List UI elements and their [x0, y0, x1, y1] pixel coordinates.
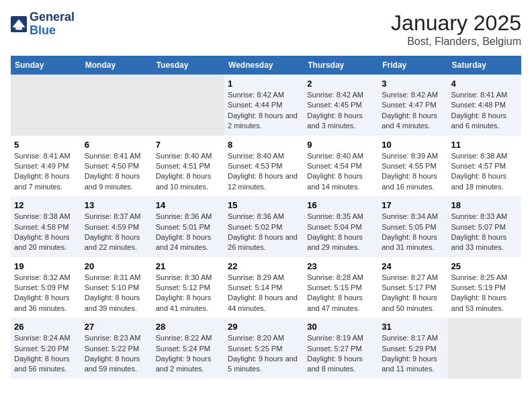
calendar-cell: 30Sunrise: 8:19 AM Sunset: 5:27 PM Dayli… — [304, 318, 378, 379]
calendar-cell: 10Sunrise: 8:39 AM Sunset: 4:55 PM Dayli… — [378, 136, 447, 197]
header-day-saturday: Saturday — [448, 56, 521, 75]
day-number: 21 — [156, 261, 221, 271]
calendar-cell: 25Sunrise: 8:25 AM Sunset: 5:19 PM Dayli… — [448, 257, 521, 318]
week-row-4: 19Sunrise: 8:32 AM Sunset: 5:09 PM Dayli… — [11, 257, 521, 318]
calendar-header: SundayMondayTuesdayWednesdayThursdayFrid… — [11, 56, 521, 75]
day-info: Sunrise: 8:40 AM Sunset: 4:54 PM Dayligh… — [307, 151, 375, 193]
svg-rect-2 — [15, 28, 22, 30]
day-info: Sunrise: 8:33 AM Sunset: 5:07 PM Dayligh… — [451, 212, 518, 253]
day-number: 9 — [307, 140, 375, 150]
day-number: 4 — [451, 79, 518, 89]
day-number: 19 — [14, 261, 78, 271]
calendar-cell: 22Sunrise: 8:29 AM Sunset: 5:14 PM Dayli… — [224, 257, 304, 318]
header-day-sunday: Sunday — [11, 56, 81, 75]
calendar-cell: 16Sunrise: 8:35 AM Sunset: 5:04 PM Dayli… — [304, 196, 378, 257]
calendar-cell: 20Sunrise: 8:31 AM Sunset: 5:10 PM Dayli… — [81, 257, 152, 318]
calendar-cell: 26Sunrise: 8:24 AM Sunset: 5:20 PM Dayli… — [11, 318, 81, 379]
calendar-cell: 23Sunrise: 8:28 AM Sunset: 5:15 PM Dayli… — [304, 257, 378, 318]
day-info: Sunrise: 8:42 AM Sunset: 4:47 PM Dayligh… — [382, 90, 444, 132]
day-number: 7 — [156, 140, 221, 150]
page-subtitle: Bost, Flanders, Belgium — [391, 36, 521, 48]
day-number: 30 — [307, 322, 375, 332]
day-info: Sunrise: 8:23 AM Sunset: 5:22 PM Dayligh… — [85, 333, 149, 375]
day-info: Sunrise: 8:19 AM Sunset: 5:27 PM Dayligh… — [307, 333, 375, 375]
day-number: 6 — [85, 140, 149, 150]
calendar-cell — [152, 75, 224, 136]
day-info: Sunrise: 8:27 AM Sunset: 5:17 PM Dayligh… — [382, 273, 444, 314]
header-day-wednesday: Wednesday — [224, 56, 304, 75]
day-info: Sunrise: 8:40 AM Sunset: 4:51 PM Dayligh… — [156, 151, 221, 193]
calendar-cell: 29Sunrise: 8:20 AM Sunset: 5:25 PM Dayli… — [224, 318, 304, 379]
day-number: 15 — [228, 200, 300, 210]
calendar-cell: 7Sunrise: 8:40 AM Sunset: 4:51 PM Daylig… — [152, 136, 224, 197]
calendar-cell: 11Sunrise: 8:38 AM Sunset: 4:57 PM Dayli… — [448, 136, 521, 197]
calendar-cell: 24Sunrise: 8:27 AM Sunset: 5:17 PM Dayli… — [378, 257, 447, 318]
day-number: 11 — [451, 140, 518, 150]
day-number: 8 — [228, 140, 300, 150]
calendar-cell: 8Sunrise: 8:40 AM Sunset: 4:53 PM Daylig… — [224, 136, 304, 197]
day-number: 18 — [451, 200, 518, 210]
calendar-cell — [81, 75, 152, 136]
day-info: Sunrise: 8:32 AM Sunset: 5:09 PM Dayligh… — [14, 273, 78, 314]
day-info: Sunrise: 8:36 AM Sunset: 5:02 PM Dayligh… — [228, 212, 300, 253]
calendar-cell: 12Sunrise: 8:38 AM Sunset: 4:58 PM Dayli… — [11, 196, 81, 257]
day-number: 20 — [85, 261, 149, 271]
calendar-cell: 3Sunrise: 8:42 AM Sunset: 4:47 PM Daylig… — [378, 75, 447, 136]
logo-text: General Blue — [30, 11, 75, 38]
header-day-monday: Monday — [81, 56, 152, 75]
calendar-cell: 31Sunrise: 8:17 AM Sunset: 5:29 PM Dayli… — [378, 318, 447, 379]
calendar-cell: 27Sunrise: 8:23 AM Sunset: 5:22 PM Dayli… — [81, 318, 152, 379]
calendar-cell: 21Sunrise: 8:30 AM Sunset: 5:12 PM Dayli… — [152, 257, 224, 318]
header-day-tuesday: Tuesday — [152, 56, 224, 75]
calendar-cell: 17Sunrise: 8:34 AM Sunset: 5:05 PM Dayli… — [378, 196, 447, 257]
calendar-cell: 13Sunrise: 8:37 AM Sunset: 4:59 PM Dayli… — [81, 196, 152, 257]
header-day-friday: Friday — [378, 56, 447, 75]
logo: General Blue — [11, 11, 75, 38]
title-block: January 2025 Bost, Flanders, Belgium — [391, 11, 521, 48]
day-info: Sunrise: 8:25 AM Sunset: 5:19 PM Dayligh… — [451, 273, 518, 314]
day-info: Sunrise: 8:28 AM Sunset: 5:15 PM Dayligh… — [307, 273, 375, 314]
page-header: General Blue January 2025 Bost, Flanders… — [11, 11, 521, 48]
logo-general: General — [30, 11, 75, 24]
day-info: Sunrise: 8:41 AM Sunset: 4:49 PM Dayligh… — [14, 151, 78, 193]
calendar-cell: 14Sunrise: 8:36 AM Sunset: 5:01 PM Dayli… — [152, 196, 224, 257]
day-number: 5 — [14, 140, 78, 150]
week-row-1: 1Sunrise: 8:42 AM Sunset: 4:44 PM Daylig… — [11, 75, 521, 136]
day-info: Sunrise: 8:30 AM Sunset: 5:12 PM Dayligh… — [156, 273, 221, 314]
calendar-cell — [448, 318, 521, 379]
day-info: Sunrise: 8:31 AM Sunset: 5:10 PM Dayligh… — [85, 273, 149, 314]
day-info: Sunrise: 8:40 AM Sunset: 4:53 PM Dayligh… — [228, 151, 300, 193]
day-number: 31 — [382, 322, 444, 332]
day-info: Sunrise: 8:29 AM Sunset: 5:14 PM Dayligh… — [228, 273, 300, 314]
day-number: 24 — [382, 261, 444, 271]
day-info: Sunrise: 8:37 AM Sunset: 4:59 PM Dayligh… — [85, 212, 149, 253]
day-number: 2 — [307, 79, 375, 89]
day-info: Sunrise: 8:42 AM Sunset: 4:44 PM Dayligh… — [228, 90, 300, 132]
logo-blue: Blue — [30, 24, 75, 38]
day-number: 22 — [228, 261, 300, 271]
day-info: Sunrise: 8:42 AM Sunset: 4:45 PM Dayligh… — [307, 90, 375, 132]
day-number: 29 — [228, 322, 300, 332]
day-info: Sunrise: 8:20 AM Sunset: 5:25 PM Dayligh… — [228, 333, 300, 375]
day-number: 23 — [307, 261, 375, 271]
day-info: Sunrise: 8:38 AM Sunset: 4:57 PM Dayligh… — [451, 151, 518, 193]
calendar-cell: 5Sunrise: 8:41 AM Sunset: 4:49 PM Daylig… — [11, 136, 81, 197]
calendar-cell: 19Sunrise: 8:32 AM Sunset: 5:09 PM Dayli… — [11, 257, 81, 318]
header-row: SundayMondayTuesdayWednesdayThursdayFrid… — [11, 56, 521, 75]
week-row-3: 12Sunrise: 8:38 AM Sunset: 4:58 PM Dayli… — [11, 196, 521, 257]
calendar-cell: 28Sunrise: 8:22 AM Sunset: 5:24 PM Dayli… — [152, 318, 224, 379]
day-info: Sunrise: 8:41 AM Sunset: 4:48 PM Dayligh… — [451, 90, 518, 132]
calendar-cell: 4Sunrise: 8:41 AM Sunset: 4:48 PM Daylig… — [448, 75, 521, 136]
day-info: Sunrise: 8:17 AM Sunset: 5:29 PM Dayligh… — [382, 333, 444, 375]
day-number: 3 — [382, 79, 444, 89]
day-number: 12 — [14, 200, 78, 210]
day-info: Sunrise: 8:34 AM Sunset: 5:05 PM Dayligh… — [382, 212, 444, 253]
day-info: Sunrise: 8:38 AM Sunset: 4:58 PM Dayligh… — [14, 212, 78, 253]
header-day-thursday: Thursday — [304, 56, 378, 75]
day-info: Sunrise: 8:35 AM Sunset: 5:04 PM Dayligh… — [307, 212, 375, 253]
calendar-cell: 1Sunrise: 8:42 AM Sunset: 4:44 PM Daylig… — [224, 75, 304, 136]
day-number: 25 — [451, 261, 518, 271]
day-number: 16 — [307, 200, 375, 210]
day-number: 27 — [85, 322, 149, 332]
calendar-cell: 9Sunrise: 8:40 AM Sunset: 4:54 PM Daylig… — [304, 136, 378, 197]
